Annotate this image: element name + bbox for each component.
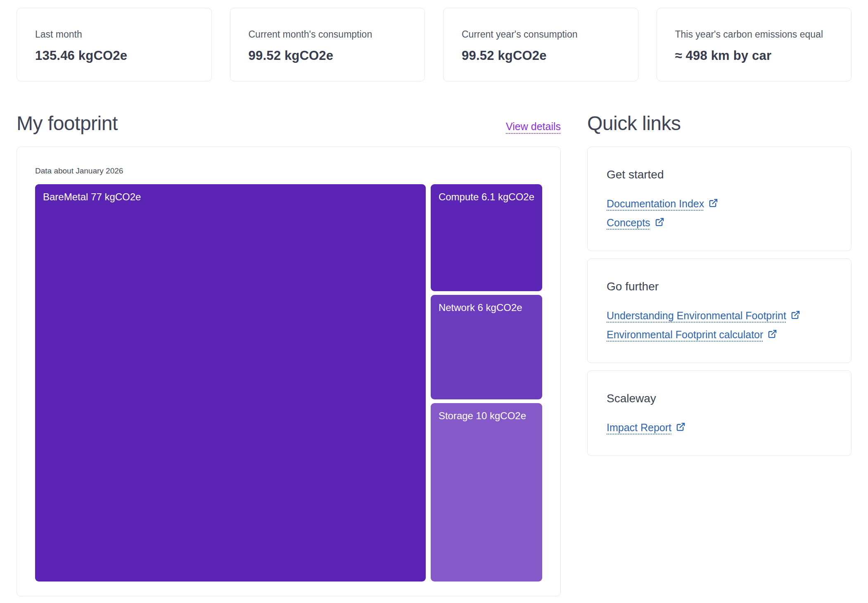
stat-value: 99.52 kgCO2e — [249, 48, 407, 63]
treemap-block-storage: Storage 10 kgCO2e — [431, 403, 542, 582]
card-heading: Go further — [607, 280, 832, 294]
stat-value: 99.52 kgCO2e — [462, 48, 620, 63]
quick-links-title: Quick links — [587, 113, 681, 135]
stat-label: This year's carbon emissions equal — [675, 29, 833, 40]
stats-row: Last month 135.46 kgCO2e Current month's… — [17, 8, 851, 81]
quick-links-card-scaleway: Scaleway Impact Report — [587, 370, 851, 456]
stat-label: Current month's consumption — [249, 29, 407, 40]
external-link-icon — [709, 198, 718, 208]
footprint-title: My footprint — [17, 113, 118, 135]
quick-links-card-go-further: Go further Understanding Environmental F… — [587, 259, 851, 363]
external-link-icon — [676, 422, 685, 432]
link-concepts[interactable]: Concepts — [607, 216, 664, 229]
stat-card-current-month: Current month's consumption 99.52 kgCO2e — [230, 8, 425, 81]
environmental-footprint-dashboard: Last month 135.46 kgCO2e Current month's… — [0, 0, 868, 603]
link-label: Environmental Footprint calculator — [607, 328, 763, 341]
card-heading: Scaleway — [607, 392, 832, 406]
treemap-block-baremetal: BareMetal 77 kgCO2e — [35, 184, 426, 582]
treemap-side-column: Compute 6.1 kgCO2e Network 6 kgCO2e Stor… — [431, 184, 542, 582]
stat-card-current-year: Current year's consumption 99.52 kgCO2e — [443, 8, 638, 81]
stat-value: ≈ 498 km by car — [675, 48, 833, 63]
external-link-icon — [768, 329, 777, 339]
link-impact-report[interactable]: Impact Report — [607, 421, 685, 434]
link-label: Documentation Index — [607, 197, 704, 210]
link-environmental-footprint-calculator[interactable]: Environmental Footprint calculator — [607, 328, 777, 341]
external-link-icon — [655, 217, 664, 227]
link-documentation-index[interactable]: Documentation Index — [607, 197, 718, 210]
treemap-block-network: Network 6 kgCO2e — [431, 295, 542, 399]
link-label: Understanding Environmental Footprint — [607, 309, 786, 322]
footprint-section: My footprint View details Data about Jan… — [17, 113, 561, 596]
treemap-block-compute: Compute 6.1 kgCO2e — [431, 184, 542, 291]
card-heading: Get started — [607, 168, 832, 182]
footprint-card: Data about January 2026 BareMetal 77 kgC… — [17, 147, 561, 596]
quick-links-card-get-started: Get started Documentation Index Concepts — [587, 147, 851, 251]
link-label: Concepts — [607, 216, 650, 229]
stat-label: Last month — [35, 29, 193, 40]
link-label: Impact Report — [607, 421, 671, 434]
external-link-icon — [791, 310, 800, 320]
quick-links-section: Quick links Get started Documentation In… — [587, 113, 851, 596]
stat-card-car-equivalent: This year's carbon emissions equal ≈ 498… — [657, 8, 852, 81]
stat-card-last-month: Last month 135.46 kgCO2e — [17, 8, 212, 81]
stat-value: 135.46 kgCO2e — [35, 48, 193, 63]
view-details-link[interactable]: View details — [506, 121, 561, 133]
treemap-period-label: Data about January 2026 — [35, 166, 542, 176]
link-understanding-environmental-footprint[interactable]: Understanding Environmental Footprint — [607, 309, 800, 322]
footprint-treemap: BareMetal 77 kgCO2e Compute 6.1 kgCO2e N… — [35, 184, 542, 582]
stat-label: Current year's consumption — [462, 29, 620, 40]
